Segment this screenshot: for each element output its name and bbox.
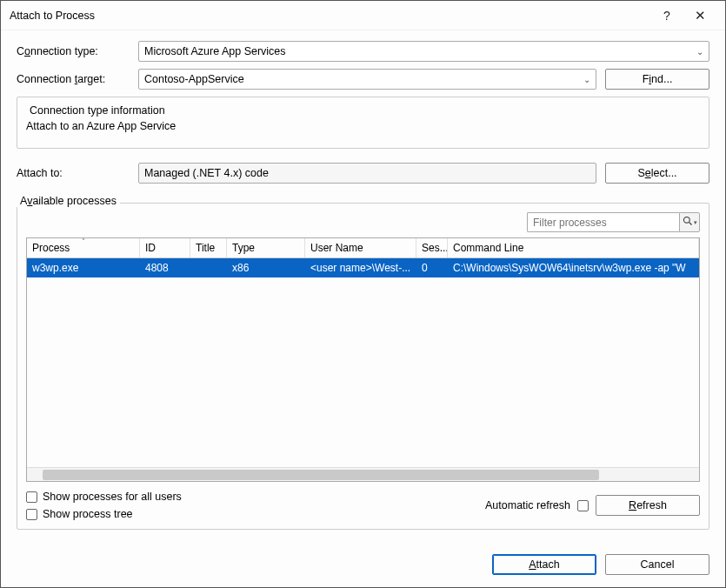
processes-table: ˄Process ID Title Type User Name Ses... … [26, 237, 700, 482]
checkbox-icon [26, 491, 37, 503]
svg-point-0 [683, 217, 689, 224]
dialog-body: Connection type: Microsoft Azure App Ser… [1, 30, 725, 542]
cancel-button[interactable]: Cancel [605, 554, 709, 575]
chevron-down-icon: ⌄ [696, 47, 703, 57]
cell-session: 0 [416, 258, 448, 277]
close-button[interactable]: ✕ [683, 8, 716, 23]
automatic-refresh-checkbox[interactable] [577, 500, 589, 511]
filter-processes-input[interactable] [527, 212, 679, 232]
show-all-users-checkbox[interactable]: Show processes for all users [26, 491, 182, 503]
col-process[interactable]: ˄Process [27, 238, 140, 257]
connection-target-row: Connection target: Contoso-AppService ⌄ … [17, 69, 709, 90]
connection-type-combo[interactable]: Microsoft Azure App Services ⌄ [138, 41, 709, 62]
attach-to-field: Managed (.NET 4.x) code [138, 163, 596, 184]
show-all-users-label: Show processes for all users [43, 491, 182, 503]
dialog-footer: Attach Cancel [1, 542, 725, 587]
col-command-line[interactable]: Command Line [448, 238, 699, 257]
cell-title [190, 258, 227, 277]
refresh-button[interactable]: Refresh [596, 495, 700, 516]
connection-type-info-group: Connection type information Attach to an… [17, 97, 709, 149]
show-process-tree-label: Show process tree [43, 508, 133, 520]
cell-user: <user name>\West-... [305, 258, 416, 277]
titlebar: Attach to Process ? ✕ [1, 1, 725, 30]
table-row[interactable]: w3wp.exe 4808 x86 <user name>\West-... 0… [27, 258, 699, 277]
select-button[interactable]: Select... [605, 163, 709, 184]
connection-type-value: Microsoft Azure App Services [144, 45, 286, 57]
connection-target-combo[interactable]: Contoso-AppService ⌄ [138, 69, 596, 90]
col-title[interactable]: Title [190, 238, 227, 257]
find-button[interactable]: Find... [605, 69, 709, 90]
connection-target-value: Contoso-AppService [144, 73, 244, 85]
col-type[interactable]: Type [227, 238, 305, 257]
available-processes-label: Available processes [17, 195, 120, 207]
dropdown-caret-icon: ▾ [694, 219, 697, 226]
horizontal-scrollbar[interactable] [27, 467, 699, 481]
attach-to-value: Managed (.NET 4.x) code [144, 167, 269, 179]
scrollbar-thumb[interactable] [43, 470, 599, 480]
cell-cmd: C:\Windows\SysWOW64\inetsrv\w3wp.exe -ap… [448, 258, 699, 277]
search-button[interactable]: ▾ [679, 212, 700, 232]
connection-type-info-title: Connection type information [26, 104, 169, 117]
connection-type-row: Connection type: Microsoft Azure App Ser… [17, 41, 709, 62]
show-process-tree-checkbox[interactable]: Show process tree [26, 508, 182, 520]
svg-line-1 [689, 223, 691, 225]
connection-target-label: Connection target: [17, 73, 138, 85]
search-icon [683, 216, 693, 229]
col-session[interactable]: Ses... [416, 238, 448, 257]
connection-type-label: Connection type: [17, 45, 138, 57]
automatic-refresh-label: Automatic refresh [485, 499, 570, 511]
attach-button[interactable]: Attach [492, 554, 596, 575]
sort-asc-icon: ˄ [82, 238, 85, 245]
chevron-down-icon: ⌄ [583, 75, 590, 84]
cell-id: 4808 [140, 258, 190, 277]
window-title: Attach to Process [10, 10, 650, 22]
cell-type: x86 [227, 258, 305, 277]
cell-process: w3wp.exe [27, 258, 140, 277]
checkbox-icon [26, 509, 37, 520]
table-header: ˄Process ID Title Type User Name Ses... … [27, 238, 699, 258]
attach-to-process-dialog: Attach to Process ? ✕ Connection type: M… [0, 0, 726, 588]
checkbox-icon [577, 500, 589, 511]
help-button[interactable]: ? [650, 9, 683, 23]
connection-type-info-body: Attach to an Azure App Service [26, 120, 700, 132]
available-processes-group: ▾ ˄Process ID Title Type User Name Ses..… [17, 203, 709, 530]
attach-to-label: Attach to: [17, 167, 138, 179]
attach-to-row: Attach to: Managed (.NET 4.x) code Selec… [17, 163, 709, 184]
col-id[interactable]: ID [140, 238, 190, 257]
col-user-name[interactable]: User Name [305, 238, 416, 257]
